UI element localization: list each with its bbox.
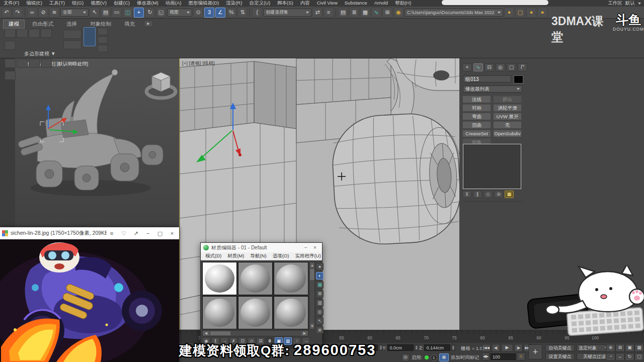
schematic-view-icon[interactable]: ⊞ [382, 8, 392, 18]
select-by-name-icon[interactable]: ▤ [101, 8, 111, 18]
project-folder-dropdown[interactable]: C:\Users\jianguo\Documents\3ds Max 2022 [405, 9, 503, 17]
zoom-fit-icon[interactable]: ↗ [131, 229, 141, 238]
ribbon-button[interactable] [98, 28, 108, 35]
key-mode-toggle-icon[interactable]: ◀▶ [482, 352, 490, 360]
horizontal-scrollbar[interactable]: ◀ ▶ [202, 330, 308, 336]
close-icon[interactable]: × [310, 244, 319, 251]
ribbon-button[interactable] [98, 45, 108, 52]
material-sample-slot[interactable] [202, 296, 237, 329]
menu-item[interactable]: Arnold [371, 0, 391, 7]
zoom-icon[interactable]: ⊕ [606, 344, 615, 352]
auto-key-button[interactable]: 自动关键点 [545, 344, 575, 351]
menu-item[interactable]: 修改器(M) [133, 0, 162, 7]
menu-item[interactable]: Civil View [313, 0, 341, 7]
menu-item[interactable]: 动画(A) [162, 0, 185, 7]
modifier-button-OpenSubdiv[interactable]: OpenSubdiv [493, 130, 522, 137]
time-tag-label[interactable]: 添加时间标记 [451, 354, 479, 361]
menu-item[interactable]: 帮助(H) [391, 0, 415, 7]
photo-content[interactable] [0, 239, 179, 362]
show-end-result-icon[interactable]: ∥ [473, 191, 482, 198]
named-selection-dropdown[interactable]: 创建选择集 [263, 9, 311, 17]
y-coordinate-field[interactable]: 0.0cm [387, 344, 414, 351]
see-more-icon[interactable]: ≡ [107, 229, 117, 238]
modifier-button-涡轮平滑[interactable]: 涡轮平滑 [493, 104, 522, 112]
spinner-snap-icon[interactable]: ⇅ [237, 8, 248, 18]
object-name-field[interactable]: 组013 [463, 75, 511, 82]
select-and-rotate-icon[interactable]: ↻ [145, 8, 155, 18]
workspace-selector[interactable]: 默认 [625, 0, 635, 7]
menu-item[interactable]: 内容 [297, 0, 313, 7]
spinner-icon[interactable] [451, 344, 455, 351]
backlight-icon[interactable]: ◐ [316, 272, 324, 280]
remove-modifier-icon[interactable]: ⊖ [494, 191, 503, 198]
ribbon-button[interactable] [41, 29, 52, 38]
next-frame-icon[interactable]: |▶ [514, 344, 523, 352]
menu-item[interactable]: 脚本(S) [274, 0, 297, 7]
material-map-navigator-icon[interactable]: ≣ [316, 326, 324, 334]
modifier-button-UVW 展开[interactable]: UVW 展开 [493, 113, 522, 120]
spinner-icon[interactable] [379, 344, 382, 351]
ribbon-button[interactable] [41, 59, 52, 68]
material-editor-menu-item[interactable]: 导航(N) [248, 253, 269, 259]
configure-modifier-sets-icon[interactable]: ▦ [505, 191, 514, 198]
material-sample-slot[interactable] [274, 296, 308, 329]
zoom-extents-all-icon[interactable]: ▦ [634, 344, 644, 352]
menu-item[interactable]: 组(G) [68, 0, 87, 7]
sample-uv-tiling-icon[interactable]: ⊞ [316, 290, 324, 298]
ribbon-button-active[interactable] [84, 27, 96, 46]
vertical-scrollbar[interactable]: ▲ ▼ [309, 262, 315, 329]
material-editor-icon[interactable]: ◉ [393, 8, 404, 18]
tab-display[interactable]: ▢ [507, 63, 516, 71]
select-and-scale-icon[interactable]: ◱ [156, 8, 166, 18]
modifier-button-弯曲[interactable]: 弯曲 [462, 113, 491, 120]
material-editor-titlebar[interactable]: 材质编辑器 - 01 - Default − × [201, 243, 322, 252]
scene-explorer-icon[interactable]: ▤ [338, 8, 348, 18]
options-icon[interactable]: ◎ [316, 308, 324, 316]
ribbon-button[interactable] [63, 30, 82, 39]
play-icon[interactable]: ▶ [501, 344, 513, 352]
render-production-icon[interactable]: ● [526, 8, 536, 18]
z-coordinate-field[interactable]: 0.144cm [424, 344, 450, 351]
scroll-up-icon[interactable]: ▲ [310, 262, 314, 268]
tab-hierarchy[interactable]: ⊟ [485, 63, 494, 71]
material-editor-menu-item[interactable]: 材质(M) [225, 253, 247, 259]
ribbon-tab-自由形式[interactable]: 自由形式 [27, 20, 59, 29]
select-by-material-icon[interactable]: ↖ [316, 317, 324, 325]
ribbon-tab-选择[interactable]: 选择 [61, 20, 83, 29]
snap-toggle-3d-icon[interactable]: 3 [204, 8, 214, 18]
tab-utilities[interactable]: Ր [518, 63, 527, 71]
menu-item[interactable]: 渲染(R) [222, 0, 246, 7]
rendered-frame-window-icon[interactable]: ▢ [515, 8, 525, 18]
selection-filter-dropdown[interactable]: 全部 [60, 9, 89, 17]
ribbon-button[interactable] [63, 40, 82, 49]
pan-icon[interactable]: ↔ [615, 353, 625, 361]
modifier-stack-list[interactable] [463, 144, 521, 189]
material-sample-slot[interactable] [202, 262, 237, 295]
reference-coordinate-dropdown[interactable]: 视图 [167, 9, 192, 17]
align-icon[interactable]: ≡ [324, 8, 334, 18]
modifier-button-壳[interactable]: 壳 [493, 121, 522, 129]
gear-icon[interactable]: ◎ [401, 353, 410, 361]
redo-icon[interactable]: ↷ [13, 8, 23, 18]
curve-editor-icon[interactable]: ∿ [371, 8, 381, 18]
menu-item[interactable]: 创建(C) [110, 0, 133, 7]
tab-modify[interactable]: ∿ [473, 63, 483, 71]
menu-item[interactable]: 视图(V) [87, 0, 110, 7]
orbit-icon[interactable]: ↻ [625, 353, 634, 361]
modifier-button-对称[interactable]: 对称 [462, 104, 491, 112]
ribbon-button[interactable] [5, 71, 16, 80]
ribbon-button[interactable] [5, 59, 16, 68]
previous-frame-icon[interactable]: ◀| [492, 344, 500, 352]
rectangular-selection-icon[interactable]: ▭ [112, 8, 122, 18]
material-sample-slot[interactable] [274, 262, 308, 295]
ribbon-toggle-icon[interactable]: ▦ [360, 8, 370, 18]
menu-item[interactable]: 自定义(U) [246, 0, 274, 7]
menu-item[interactable]: 图形编辑器(D) [185, 0, 222, 7]
left-viewport[interactable]: [+] [透视] [高质量] [默认明暗处理] [15, 58, 179, 227]
render-setup-icon[interactable]: ● [504, 8, 514, 18]
maximize-viewport-icon[interactable]: ▢ [634, 353, 644, 361]
scroll-left-icon[interactable]: ◀ [203, 331, 209, 336]
use-pivot-center-icon[interactable]: ⊙ [193, 8, 203, 18]
scrollbar-thumb[interactable] [210, 331, 230, 335]
bind-to-spacewarp-icon[interactable]: ≋ [49, 8, 59, 18]
